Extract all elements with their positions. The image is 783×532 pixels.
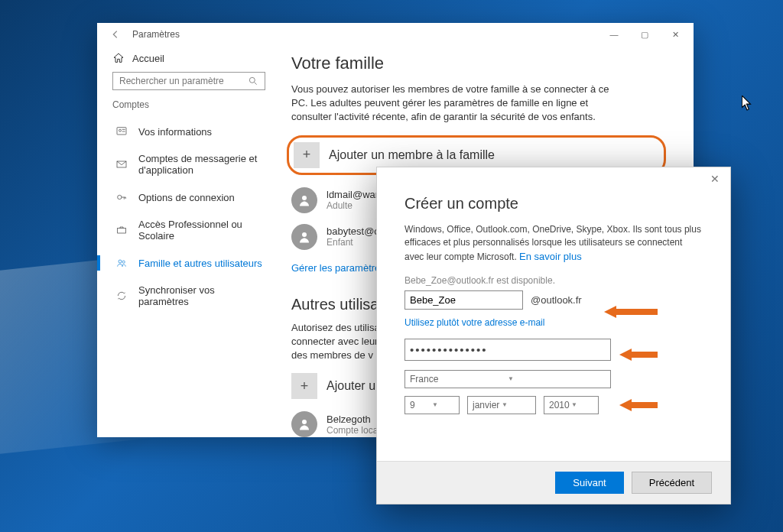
plus-icon: + xyxy=(291,373,317,399)
back-button[interactable] xyxy=(105,24,126,45)
svg-marker-19 xyxy=(619,399,658,411)
sidebar-item-label: Accès Professionnel ou Scolaire xyxy=(138,219,265,242)
country-value: France xyxy=(410,374,508,384)
avatar-icon xyxy=(291,411,317,437)
annotation-arrow xyxy=(619,347,658,362)
people-icon xyxy=(115,257,128,269)
svg-point-14 xyxy=(302,196,307,200)
maximize-button[interactable]: ▢ xyxy=(629,23,660,46)
sidebar-item-email-accounts[interactable]: Comptes de messagerie et d'application xyxy=(112,145,265,183)
annotation-arrow xyxy=(604,304,658,320)
sidebar-item-label: Comptes de messagerie et d'application xyxy=(138,153,265,176)
username-input[interactable] xyxy=(404,290,523,310)
sidebar-home[interactable]: Accueil xyxy=(112,52,265,64)
sidebar-item-sync[interactable]: Synchroniser vos paramètres xyxy=(112,277,265,315)
section-title-family: Votre famille xyxy=(291,54,666,73)
search-icon xyxy=(248,76,258,86)
svg-marker-18 xyxy=(619,349,658,361)
sync-icon xyxy=(115,290,128,302)
family-description: Vous pouvez autoriser les membres de vot… xyxy=(291,83,612,125)
avatar-icon xyxy=(291,187,317,213)
svg-point-0 xyxy=(249,77,255,83)
sidebar-item-work-school[interactable]: Accès Professionnel ou Scolaire xyxy=(112,211,265,249)
create-account-dialog: ✕ Créer un compte Windows, Office, Outlo… xyxy=(376,167,731,504)
search-input[interactable]: Rechercher un paramètre xyxy=(112,72,265,90)
search-placeholder: Rechercher un paramètre xyxy=(119,76,248,86)
chevron-down-icon: ▼ xyxy=(502,401,531,408)
svg-marker-17 xyxy=(604,306,658,318)
sidebar: Accueil Rechercher un paramètre Comptes … xyxy=(97,46,281,437)
sidebar-home-label: Accueil xyxy=(132,53,164,64)
back-button-dialog[interactable]: Précédent xyxy=(632,472,712,494)
plus-icon: + xyxy=(294,142,320,168)
home-icon xyxy=(112,52,125,64)
sidebar-item-label: Vos informations xyxy=(138,126,212,138)
sidebar-item-signin-options[interactable]: Options de connexion xyxy=(112,183,265,211)
svg-point-3 xyxy=(119,129,122,131)
availability-text: Bebe_Zoe@outlook.fr est disponible. xyxy=(404,275,703,286)
close-button[interactable]: ✕ xyxy=(660,23,690,46)
minimize-button[interactable]: — xyxy=(599,23,629,46)
svg-point-13 xyxy=(122,261,125,263)
window-title: Paramètres xyxy=(132,29,180,40)
dialog-description: Windows, Office, Outlook.com, OneDrive, … xyxy=(404,223,703,264)
svg-rect-2 xyxy=(117,128,126,135)
svg-point-12 xyxy=(119,260,122,263)
add-family-member-label: Ajouter un membre à la famille xyxy=(329,148,495,162)
learn-more-link[interactable]: En savoir plus xyxy=(519,251,582,262)
sidebar-category: Comptes xyxy=(112,99,265,110)
chevron-down-icon: ▼ xyxy=(571,401,593,408)
dob-month-select[interactable]: janvier▼ xyxy=(467,396,536,414)
svg-point-15 xyxy=(302,232,307,237)
sidebar-item-label: Famille et autres utilisateurs xyxy=(138,258,262,269)
avatar-icon xyxy=(291,224,317,250)
sidebar-item-family-users[interactable]: Famille et autres utilisateurs xyxy=(112,249,265,277)
svg-line-1 xyxy=(255,83,257,85)
chevron-down-icon: ▼ xyxy=(432,401,454,408)
dialog-title: Créer un compte xyxy=(404,195,703,212)
titlebar: Paramètres — ▢ ✕ xyxy=(97,23,694,46)
sidebar-item-label: Synchroniser vos paramètres xyxy=(138,284,265,307)
email-domain: @outlook.fr xyxy=(531,294,582,306)
country-select[interactable]: France▼ xyxy=(404,370,611,388)
sidebar-item-your-info[interactable]: Vos informations xyxy=(112,118,265,145)
briefcase-icon xyxy=(115,224,128,236)
next-button[interactable]: Suivant xyxy=(555,472,623,494)
svg-point-16 xyxy=(302,420,307,424)
other-user-type: Compte local xyxy=(327,425,380,436)
dob-year-select[interactable]: 2010▼ xyxy=(544,396,599,414)
chevron-down-icon: ▼ xyxy=(508,375,606,382)
person-card-icon xyxy=(115,125,128,138)
mail-icon xyxy=(115,158,128,170)
svg-point-7 xyxy=(118,195,122,199)
svg-rect-11 xyxy=(118,228,126,233)
annotation-arrow xyxy=(619,397,658,413)
dob-day-select[interactable]: 9▼ xyxy=(404,396,460,414)
sidebar-item-label: Options de connexion xyxy=(138,192,235,203)
use-existing-email-link[interactable]: Utilisez plutôt votre adresse e-mail xyxy=(404,317,703,328)
other-user-name: Belzegoth xyxy=(327,414,380,425)
password-input[interactable]: •••••••••••••• xyxy=(404,339,611,361)
dialog-close-button[interactable]: ✕ xyxy=(700,167,730,190)
key-icon xyxy=(115,191,128,203)
